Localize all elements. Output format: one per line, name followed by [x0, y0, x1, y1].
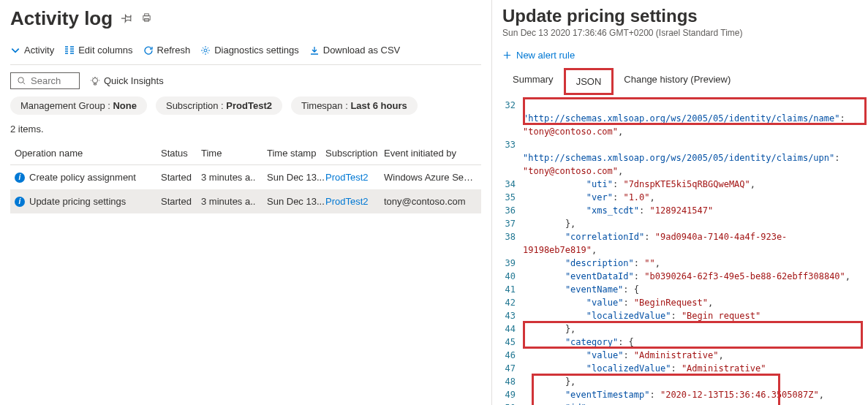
- code-line: 41 "eventName": {: [497, 283, 864, 296]
- diagnostics-button[interactable]: Diagnostics settings: [200, 45, 299, 56]
- code-line: 35 "ver": "1.0",: [497, 191, 864, 204]
- filter-pills: Management Group : None Subscription : P…: [10, 96, 481, 115]
- header-subscription[interactable]: Subscription: [325, 148, 384, 159]
- grid-header: Operation name Status Time Time stamp Su…: [10, 142, 481, 165]
- header-initiated-by[interactable]: Event initiated by: [384, 148, 477, 159]
- filter-subscription[interactable]: Subscription : ProdTest2: [156, 96, 282, 115]
- header-timestamp[interactable]: Time stamp: [267, 148, 325, 159]
- code-line: 39 "description": "",: [497, 257, 864, 270]
- download-label: Download as CSV: [323, 45, 401, 56]
- code-line: 48 },: [497, 375, 864, 388]
- refresh-button[interactable]: Refresh: [143, 45, 191, 56]
- code-line: 42 "value": "BeginRequest",: [497, 296, 864, 309]
- svg-point-3: [204, 49, 207, 52]
- filter-management-group[interactable]: Management Group : None: [10, 96, 147, 115]
- new-alert-rule-button[interactable]: New alert rule: [492, 45, 868, 68]
- search-icon: [17, 76, 26, 86]
- code-line: 49 "eventTimestamp": "2020-12-13T15:36:4…: [497, 388, 864, 401]
- code-line: 37 },: [497, 217, 864, 230]
- header-operation[interactable]: Operation name: [15, 148, 161, 159]
- table-row[interactable]: iUpdate pricing settings Started 3 minut…: [10, 189, 481, 213]
- code-line: 43 "localizedValue": "Begin request": [497, 309, 864, 322]
- activity-log-panel: Activity log Activity Edit columns Refre…: [0, 0, 492, 405]
- code-line: 33 "http://schemas.xmlsoap.org/ws/2005/0…: [497, 138, 864, 178]
- table-row[interactable]: iCreate policy assignment Started 3 minu…: [10, 165, 481, 189]
- svg-point-4: [18, 77, 23, 83]
- detail-title: Update pricing settings: [492, 6, 868, 26]
- pin-icon[interactable]: [121, 12, 132, 26]
- activity-label: Activity: [24, 45, 54, 56]
- quick-insights-button[interactable]: Quick Insights: [90, 75, 164, 86]
- item-count: 2 items.: [10, 124, 481, 135]
- detail-subtitle: Sun Dec 13 2020 17:36:46 GMT+0200 (Israe…: [492, 26, 868, 45]
- header-status[interactable]: Status: [161, 148, 201, 159]
- print-icon[interactable]: [141, 12, 152, 26]
- detail-tabs: Summary JSON Change history (Preview): [492, 68, 868, 94]
- svg-rect-1: [145, 13, 149, 15]
- quick-insights-label: Quick Insights: [104, 75, 164, 86]
- activity-dropdown[interactable]: Activity: [10, 45, 54, 56]
- header-time[interactable]: Time: [201, 148, 267, 159]
- search-field[interactable]: [31, 75, 71, 86]
- search-input[interactable]: [10, 72, 80, 89]
- code-line: 47 "localizedValue": "Administrative": [497, 362, 864, 375]
- download-csv-button[interactable]: Download as CSV: [309, 45, 401, 56]
- info-icon: i: [15, 173, 25, 183]
- plus-icon: [502, 50, 512, 60]
- svg-point-5: [93, 77, 98, 83]
- filter-timespan[interactable]: Timespan : Last 6 hours: [291, 96, 418, 115]
- tab-summary[interactable]: Summary: [502, 68, 564, 94]
- toolbar: Activity Edit columns Refresh Diagnostic…: [10, 40, 481, 65]
- json-viewer[interactable]: 32 "http://schemas.xmlsoap.org/ws/2005/0…: [492, 94, 868, 405]
- detail-panel: Update pricing settings Sun Dec 13 2020 …: [492, 0, 868, 405]
- code-line: 36 "xms_tcdt": "1289241547": [497, 204, 864, 217]
- page-title: Activity log: [10, 7, 113, 30]
- code-line: 38 "correlationId": "9ad0940a-7140-4a4f-…: [497, 230, 864, 257]
- code-line: 32 "http://schemas.xmlsoap.org/ws/2005/0…: [497, 99, 864, 138]
- code-line: 34 "uti": "7dnspKTE5ki5qRBGQweMAQ",: [497, 178, 864, 191]
- code-line: 45 "category": {: [497, 336, 864, 349]
- diagnostics-label: Diagnostics settings: [214, 45, 299, 56]
- tab-change-history[interactable]: Change history (Preview): [614, 68, 741, 94]
- refresh-label: Refresh: [157, 45, 191, 56]
- lightbulb-icon: [90, 76, 100, 86]
- edit-columns-label: Edit columns: [78, 45, 132, 56]
- code-line: 40 "eventDataId": "b0390264-62f3-49e5-be…: [497, 270, 864, 283]
- info-icon: i: [15, 197, 25, 207]
- tab-json[interactable]: JSON: [564, 68, 614, 95]
- edit-columns-button[interactable]: Edit columns: [64, 45, 132, 56]
- code-line: 44 },: [497, 322, 864, 336]
- code-line: 46 "value": "Administrative",: [497, 349, 864, 362]
- code-line: 50 "id": "/subscriptions/04cd6fff/provid…: [497, 401, 864, 405]
